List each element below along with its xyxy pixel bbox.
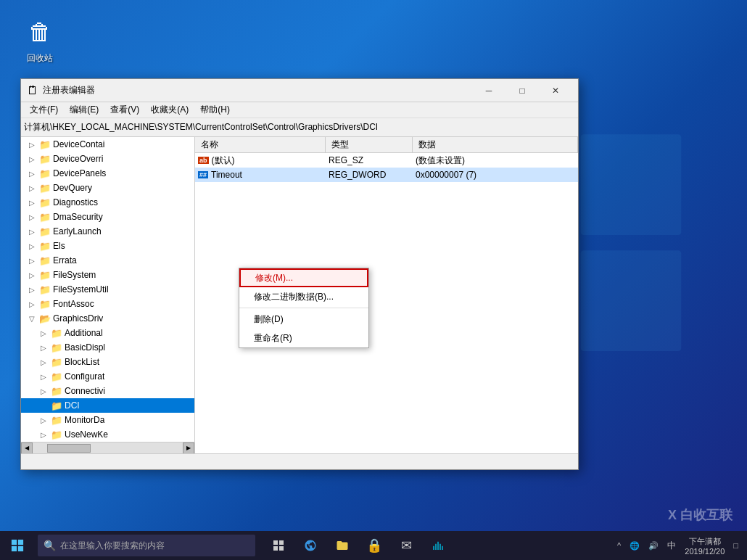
- reg-icon: ab: [198, 157, 209, 164]
- ime-indicator[interactable]: 中: [664, 531, 679, 560]
- tree-label: FileSystem: [53, 270, 96, 280]
- close-button[interactable]: ✕: [539, 79, 572, 102]
- menu-favorites[interactable]: 收藏夹(A): [145, 102, 194, 118]
- tree-item-filesystemutil[interactable]: ▷ 📁 FileSystemUtil: [21, 282, 194, 297]
- scroll-track[interactable]: [33, 442, 183, 454]
- column-name[interactable]: 名称: [195, 137, 326, 152]
- taskbar-search-bar[interactable]: 🔍 在这里输入你要搜索的内容: [38, 535, 255, 556]
- volume-icon[interactable]: 🔊: [645, 531, 661, 560]
- menu-view[interactable]: 查看(V): [104, 102, 145, 118]
- menu-file[interactable]: 文件(F): [24, 102, 64, 118]
- column-data[interactable]: 数据: [413, 137, 578, 152]
- folder-icon: 📁: [39, 270, 51, 281]
- table-header: 名称 类型 数据: [195, 137, 578, 153]
- table-row[interactable]: ## Timeout REG_DWORD 0x00000007 (7): [195, 168, 578, 182]
- scroll-thumb[interactable]: [47, 444, 91, 453]
- tree-scroll[interactable]: ▷ 📁 DeviceContai ▷ 📁 DeviceOverri ▷ 📁 De…: [21, 137, 194, 442]
- tree-item-devicecontai[interactable]: ▷ 📁 DeviceContai: [21, 137, 194, 152]
- tree-item-devquery[interactable]: ▷ 📁 DevQuery: [21, 181, 194, 195]
- mail-button[interactable]: ✉: [392, 531, 421, 560]
- tree-item-graphicsdriv[interactable]: ▽ 📂 GraphicsDriv: [21, 311, 194, 326]
- svg-rect-7: [18, 546, 23, 551]
- tree-item-connectivi[interactable]: ▷ 📁 Connectivi: [21, 384, 194, 398]
- explorer-button[interactable]: [328, 531, 357, 560]
- tree-label: DCI: [65, 400, 80, 411]
- tree-item-deviceoverri[interactable]: ▷ 📁 DeviceOverri: [21, 152, 194, 166]
- folder-icon: 📁: [51, 342, 62, 353]
- svg-rect-11: [279, 546, 284, 551]
- folder-icon: 📁: [39, 154, 51, 165]
- tree-item-els[interactable]: ▷ 📁 Els: [21, 239, 194, 253]
- tree-item-devicepanels[interactable]: ▷ 📁 DevicePanels: [21, 166, 194, 181]
- security-button[interactable]: 🔒: [360, 531, 389, 560]
- tree-label: DeviceOverri: [53, 154, 103, 164]
- tree-item-filesystem[interactable]: ▷ 📁 FileSystem: [21, 268, 194, 282]
- folder-icon: 📁: [51, 400, 62, 411]
- expand-icon: ▷: [27, 199, 37, 207]
- scroll-right-btn[interactable]: ▶: [183, 442, 194, 454]
- folder-icon: 📂: [39, 313, 51, 324]
- tree-h-scrollbar[interactable]: ◀ ▶: [21, 442, 194, 453]
- taskbar-right: ^ 🌐 🔊 中 下午满都 2019/12/20 □: [608, 531, 747, 560]
- expand-icon: ▷: [38, 416, 49, 424]
- folder-icon: 📁: [39, 197, 51, 208]
- address-label-text: 计算机\HKEY_LOCAL_MACHINE\SYSTEM\CurrentCon…: [24, 121, 378, 133]
- tree-label: FontAssoc: [53, 299, 94, 309]
- folder-icon: 📁: [39, 212, 51, 223]
- tree-item-blocklist[interactable]: ▷ 📁 BlockList: [21, 355, 194, 369]
- scroll-left-btn[interactable]: ◀: [21, 442, 33, 454]
- context-menu-separator: [239, 308, 368, 308]
- tree-item-diagnostics[interactable]: ▷ 📁 Diagnostics: [21, 195, 194, 210]
- notification-btn[interactable]: □: [730, 531, 741, 560]
- expand-icon: ▷: [27, 141, 37, 149]
- menu-help[interactable]: 帮助(H): [194, 102, 236, 118]
- start-button[interactable]: [0, 531, 35, 560]
- reg-icon: ##: [198, 171, 208, 178]
- tree-label: FileSystemUtil: [53, 284, 109, 295]
- clock-display[interactable]: 下午满都 2019/12/20: [682, 531, 727, 560]
- svg-rect-10: [273, 546, 278, 551]
- titlebar: 🗒 注册表编辑器 ─ □ ✕: [21, 79, 578, 102]
- tree-item-usenewke[interactable]: ▷ 📁 UseNewKe: [21, 427, 194, 442]
- context-menu-item-modify-binary[interactable]: 修改二进制数据(B)...: [239, 287, 368, 306]
- tree-label: DmaSecurity: [53, 212, 103, 222]
- edge-browser-button[interactable]: [296, 531, 325, 560]
- expand-icon: ▷: [38, 373, 49, 381]
- svg-rect-4: [12, 540, 17, 545]
- tree-item-dci[interactable]: 📁 DCI: [21, 398, 194, 413]
- tree-item-fontassoc[interactable]: ▷ 📁 FontAssoc: [21, 297, 194, 311]
- task-view-button[interactable]: [264, 531, 293, 560]
- tree-item-dmasecurity[interactable]: ▷ 📁 DmaSecurity: [21, 210, 194, 224]
- clock-date: 2019/12/20: [685, 547, 725, 556]
- tree-label: DevicePanels: [53, 168, 106, 178]
- window-controls: ─ □ ✕: [472, 79, 572, 102]
- tree-label: Diagnostics: [53, 197, 98, 207]
- tree-item-monitorda[interactable]: ▷ 📁 MonitorDa: [21, 413, 194, 427]
- tree-label: DeviceContai: [53, 139, 104, 149]
- tree-item-errata[interactable]: ▷ 📁 Errata: [21, 253, 194, 268]
- minimize-button[interactable]: ─: [472, 79, 505, 102]
- tree-item-additional[interactable]: ▷ 📁 Additional: [21, 326, 194, 340]
- taskbar: 🔍 在这里输入你要搜索的内容: [0, 531, 747, 560]
- context-menu-item-modify[interactable]: 修改(M)...: [239, 268, 368, 287]
- folder-icon: 📁: [39, 226, 51, 237]
- expand-icon: ▷: [27, 286, 37, 294]
- column-type[interactable]: 类型: [326, 137, 413, 152]
- tree-item-configurat[interactable]: ▷ 📁 Configurat: [21, 369, 194, 384]
- folder-icon: 📁: [39, 255, 51, 266]
- system-tray-chevron[interactable]: ^: [614, 531, 624, 560]
- expand-icon: ▷: [27, 271, 37, 279]
- context-menu-item-delete[interactable]: 删除(D): [239, 310, 368, 329]
- table-row[interactable]: ab (默认) REG_SZ (数值未设置): [195, 153, 578, 168]
- context-menu-item-rename[interactable]: 重命名(R): [239, 329, 368, 347]
- watermark: X 白收互联: [668, 506, 732, 524]
- svg-rect-9: [279, 540, 284, 545]
- maximize-button[interactable]: □: [505, 79, 539, 102]
- tree-item-basicdispl[interactable]: ▷ 📁 BasicDispl: [21, 340, 194, 355]
- cell-data: (数值未设置): [413, 153, 578, 168]
- menu-edit[interactable]: 编辑(E): [64, 102, 104, 118]
- recycle-bin-icon[interactable]: 🗑 回收站: [15, 15, 65, 65]
- tree-item-earlylaunch[interactable]: ▷ 📁 EarlyLaunch: [21, 224, 194, 239]
- store-button[interactable]: [424, 531, 453, 560]
- network-icon[interactable]: 🌐: [627, 531, 643, 560]
